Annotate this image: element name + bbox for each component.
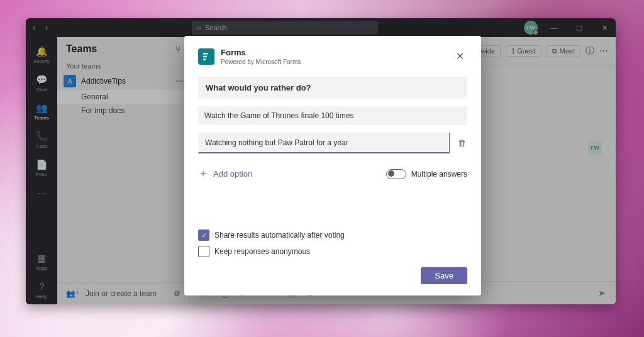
meet-label: Meet — [560, 47, 575, 55]
nav-forward-button[interactable]: › — [41, 22, 52, 33]
bell-icon: 🔔 — [36, 46, 47, 57]
gear-icon[interactable]: ⚙ — [174, 289, 180, 298]
rail-label: Calls — [36, 143, 47, 149]
video-icon: ⧉ — [552, 47, 557, 55]
multiple-answers-label: Multiple answers — [411, 170, 467, 179]
forms-logo-icon — [198, 48, 214, 65]
rail-item-files[interactable]: 📄 Files — [26, 154, 57, 182]
window-maximize-button[interactable]: ▢ — [570, 21, 588, 34]
apps-icon: ▦ — [36, 253, 47, 264]
rail-label: Activity — [33, 58, 49, 64]
modal-subtitle: Powered by Microsoft Forms — [221, 58, 301, 65]
forms-modal: Forms Powered by Microsoft Forms ✕ 🗑 ＋ A… — [184, 36, 481, 296]
keep-anonymous-label: Keep responses anonymous — [214, 247, 310, 256]
avatar-initials: FW — [526, 25, 535, 31]
info-icon[interactable]: ⓘ — [586, 45, 594, 57]
rail-item-apps[interactable]: ▦ Apps — [26, 248, 57, 276]
team-avatar: A — [64, 75, 76, 87]
keep-anonymous-checkbox[interactable]: Keep responses anonymous — [198, 246, 467, 257]
channel-label: General — [81, 92, 108, 101]
help-icon: ？ — [36, 281, 47, 292]
rail-item-calls[interactable]: 📞 Calls — [26, 126, 57, 154]
send-icon[interactable]: ➤ — [598, 288, 606, 298]
search-box[interactable]: ⌕ Search — [192, 21, 378, 35]
channel-imp-docs[interactable]: For imp docs — [57, 104, 189, 118]
meet-button[interactable]: ⧉ Meet — [547, 45, 580, 57]
rail-label: Help — [36, 294, 47, 299]
rail-item-activity[interactable]: 🔔 Activity — [26, 41, 57, 69]
guest-pill[interactable]: 1 Guest — [506, 45, 541, 57]
teams-heading: Teams — [66, 43, 97, 55]
filter-icon[interactable]: ⑂ — [175, 44, 180, 54]
teams-panel: Teams ⑂ Your teams A AddictiveTips ⋯ Gen… — [57, 37, 190, 304]
rail-item-help[interactable]: ？ Help — [26, 276, 57, 304]
plus-icon: ＋ — [198, 167, 208, 180]
poll-option-2-input[interactable] — [198, 133, 450, 153]
rail-item-teams[interactable]: 👥 Teams — [26, 97, 57, 126]
more-icon[interactable]: ⋯ — [599, 46, 608, 56]
add-option-button[interactable]: ＋ Add option — [198, 167, 252, 180]
toggle-knob — [388, 170, 394, 177]
share-results-label: Share results automatically after voting — [214, 231, 345, 240]
rail-label: Teams — [34, 115, 49, 121]
file-icon: 📄 — [36, 159, 47, 170]
close-icon: ✕ — [456, 50, 464, 62]
checkbox-checked-icon: ✓ — [198, 229, 209, 241]
chat-icon: 💬 — [36, 74, 47, 86]
checkbox-unchecked-icon — [198, 246, 209, 257]
share-results-checkbox[interactable]: ✓ Share results automatically after voti… — [198, 229, 467, 241]
trash-icon: 🗑 — [458, 138, 466, 148]
nav-back-button[interactable]: ‹ — [28, 22, 40, 33]
channel-label: For imp docs — [81, 106, 125, 115]
teams-icon: 👥 — [36, 102, 47, 114]
ellipsis-icon: ⋯ — [36, 187, 47, 199]
add-option-label: Add option — [213, 169, 252, 179]
guest-label: 1 Guest — [511, 47, 536, 55]
your-teams-label: Your teams — [57, 58, 189, 72]
rail-item-chat[interactable]: 💬 Chat — [26, 69, 57, 97]
channel-general[interactable]: General — [57, 90, 189, 104]
window-close-button[interactable]: ✕ — [596, 21, 613, 34]
poll-option-1-input[interactable] — [198, 106, 467, 125]
save-button[interactable]: Save — [421, 267, 467, 284]
poll-question-input[interactable] — [198, 77, 467, 99]
left-rail: 🔔 Activity 💬 Chat 👥 Teams 📞 Calls 📄 File… — [26, 37, 57, 304]
window-minimize-button[interactable]: — — [545, 21, 563, 34]
delete-option-button[interactable]: 🗑 — [456, 138, 467, 149]
join-create-team[interactable]: 👥⁺ Join or create a team ⚙ — [57, 282, 189, 304]
modal-title: Forms — [221, 48, 301, 57]
rail-label: Chat — [36, 87, 47, 92]
rail-label: Apps — [36, 265, 47, 271]
phone-icon: 📞 — [36, 131, 47, 142]
join-label: Join or create a team — [86, 289, 157, 298]
rail-label: Files — [36, 172, 47, 177]
team-name: AddictiveTips — [81, 77, 126, 86]
people-add-icon: 👥⁺ — [66, 289, 79, 298]
team-more-icon[interactable]: ⋯ — [175, 77, 183, 86]
rail-item-more[interactable]: ⋯ — [26, 182, 57, 204]
search-placeholder: Search — [205, 24, 227, 31]
modal-close-button[interactable]: ✕ — [452, 48, 467, 64]
search-icon: ⌕ — [197, 24, 201, 31]
message-avatar: FW — [588, 141, 602, 155]
avatar[interactable]: FW — [524, 21, 538, 35]
team-row[interactable]: A AddictiveTips ⋯ — [57, 72, 189, 90]
titlebar: ‹ › ⌕ Search FW — ▢ ✕ — [26, 18, 616, 37]
multiple-answers-toggle[interactable] — [386, 169, 406, 179]
